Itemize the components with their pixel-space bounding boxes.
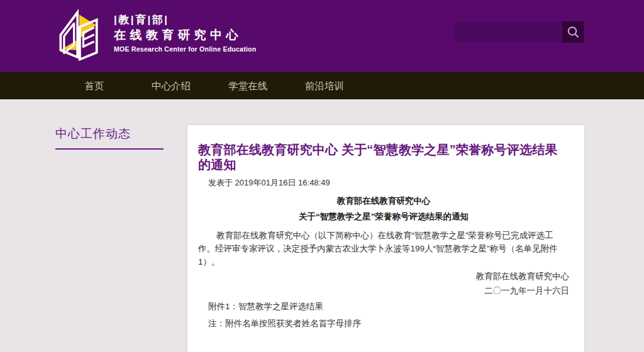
search-button[interactable] (562, 21, 584, 43)
brand-line-moe: |教|育|部| (114, 13, 256, 27)
nav-item-xuetang-online[interactable]: 学堂在线 (209, 72, 286, 99)
article-publish-date: 发表于 2019年01月16日 16:48:49 (208, 178, 569, 187)
article-heading-subject: 关于“智慧教学之星”荣誉称号评选结果的通知 (198, 212, 569, 221)
main-nav: 首页 中心介绍 学堂在线 前沿培训 (0, 72, 644, 99)
note-line: 注：附件名单按照获奖者姓名首字母排序 (208, 317, 569, 330)
signature-organization: 教育部在线教育研究中心 (198, 270, 569, 283)
nav-item-home[interactable]: 首页 (56, 72, 133, 99)
article-heading-org: 教育部在线教育研究中心 (198, 196, 569, 206)
content-area: 中心工作动态 教育部在线教育研究中心 关于“智慧教学之星”荣誉称号评选结果的通知… (0, 99, 644, 352)
nav-item-center-intro[interactable]: 中心介绍 (133, 72, 209, 99)
nav-item-frontier-training[interactable]: 前沿培训 (286, 72, 363, 99)
signature-date: 二〇一九年一月十六日 (198, 284, 569, 297)
brand-line-center: 在线教育研究中心 (114, 28, 256, 43)
sidebar-section-title[interactable]: 中心工作动态 (55, 126, 131, 142)
search-box (454, 21, 584, 43)
search-icon (565, 25, 580, 40)
sidebar-title-underline (55, 148, 164, 150)
nav-list: 首页 中心介绍 学堂在线 前沿培训 (56, 72, 644, 99)
attachment-line: 附件1：智慧教学之星评选结果 (208, 300, 569, 313)
article-title: 教育部在线教育研究中心 关于“智慧教学之星”荣誉称号评选结果的通知 (198, 142, 569, 172)
brand-line-english: MOE Research Center for Online Education (114, 45, 256, 53)
brand-text: |教|育|部| 在线教育研究中心 MOE Research Center for… (114, 13, 256, 53)
search-input[interactable] (454, 21, 562, 43)
article-panel: 教育部在线教育研究中心 关于“智慧教学之星”荣誉称号评选结果的通知 发表于 20… (187, 125, 584, 352)
article-body-paragraph: 教育部在线教育研究中心（以下简称中心）在线教育“智慧教学之星”荣誉称号已完成评选… (198, 229, 569, 268)
site-header: |教|育|部| 在线教育研究中心 MOE Research Center for… (0, 0, 644, 72)
oe-cube-logo-graphic (55, 9, 111, 64)
oe-cube-logo[interactable] (55, 9, 111, 64)
